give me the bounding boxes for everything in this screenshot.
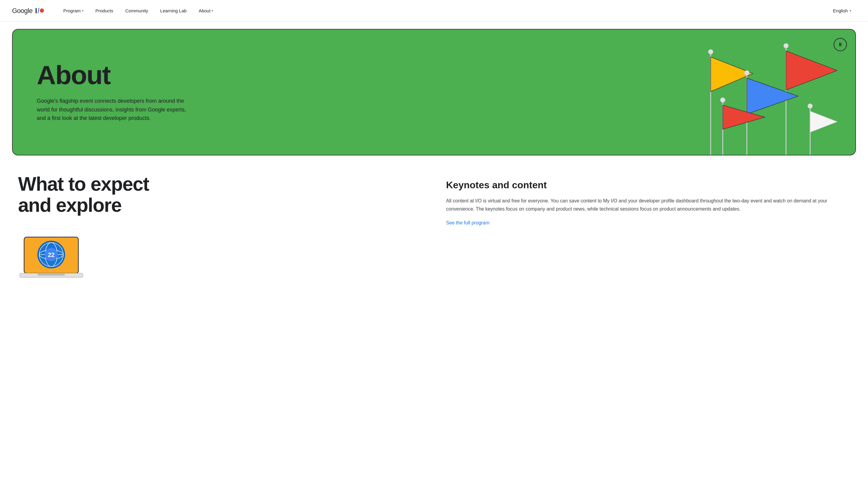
left-panel: What to expect and explore: [18, 173, 422, 287]
svg-rect-25: [38, 273, 65, 276]
chevron-down-icon: ▾: [212, 9, 213, 12]
laptop-illustration: 22: [18, 234, 84, 287]
right-panel: Keynotes and content All content at I/O …: [446, 173, 850, 226]
nav-learning-lab[interactable]: Learning Lab: [156, 6, 192, 16]
nav-about[interactable]: About ▾: [194, 6, 218, 16]
nav-program[interactable]: Program ▾: [59, 6, 88, 16]
flags-illustration: [687, 40, 837, 155]
keynote-description: All content at I/O is virtual and free f…: [446, 197, 850, 213]
svg-text:22: 22: [48, 252, 55, 258]
logo-google-text: Google: [12, 7, 33, 15]
hero-banner: About Google's flagship event connects d…: [12, 29, 856, 155]
section-title: What to expect and explore: [18, 173, 149, 216]
svg-point-13: [808, 104, 812, 108]
hero-description: Google's flagship event connects develop…: [37, 97, 193, 123]
svg-marker-5: [786, 51, 837, 90]
flags-svg: [687, 40, 837, 155]
keynote-title: Keynotes and content: [446, 180, 850, 191]
chevron-down-icon: ▾: [82, 9, 84, 12]
svg-marker-14: [810, 111, 837, 132]
svg-point-10: [720, 98, 725, 102]
nav-community[interactable]: Community: [121, 6, 153, 16]
svg-point-4: [784, 43, 788, 48]
header: Google I / Program ▾ Products Community …: [0, 0, 868, 22]
logo[interactable]: Google I /: [12, 7, 44, 15]
main-nav: Program ▾ Products Community Learning La…: [59, 6, 828, 16]
svg-point-7: [744, 70, 749, 75]
logo-i: I: [33, 7, 37, 15]
pause-icon: ⏸: [838, 42, 843, 47]
content-section: What to expect and explore: [12, 173, 856, 287]
svg-point-1: [708, 50, 713, 54]
main-content: About Google's flagship event connects d…: [0, 22, 868, 304]
see-full-program-link[interactable]: See the full program: [446, 220, 490, 225]
logo-slash: /: [37, 7, 39, 15]
language-selector[interactable]: English ▾: [828, 6, 856, 16]
logo-dot: [40, 8, 44, 13]
chevron-down-icon: ▾: [849, 9, 851, 12]
nav-products[interactable]: Products: [91, 6, 118, 16]
